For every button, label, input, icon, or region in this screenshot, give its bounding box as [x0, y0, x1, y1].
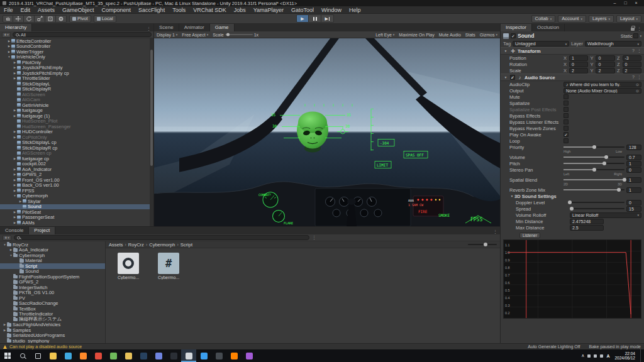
- account-dropdown[interactable]: Account▾: [558, 15, 586, 23]
- component-menu-icon[interactable]: ⋮: [637, 48, 641, 53]
- hierarchy-item[interactable]: ▶ThrottleSlider: [0, 76, 150, 82]
- ime-indicator[interactable]: A: [606, 354, 609, 358]
- expand-arrow-icon[interactable]: ▶: [7, 40, 11, 43]
- slider-thumb[interactable]: [623, 178, 626, 182]
- axis-field[interactable]: 2: [569, 68, 588, 74]
- hierarchy-item[interactable]: StickDisplayR: [0, 87, 150, 92]
- expand-arrow-icon[interactable]: ▶: [13, 168, 17, 171]
- slider[interactable]: [564, 169, 625, 170]
- start-button[interactable]: [0, 349, 15, 362]
- hierarchy-item[interactable]: ▶Front_OS ver1.00: [0, 177, 150, 183]
- rolloff-curve-graph[interactable]: 1.11.00.90.80.70.60.50.40.30.2: [503, 239, 641, 319]
- project-folder[interactable]: ▶AoA_Indicator: [0, 248, 105, 253]
- foldout-arrow-icon[interactable]: ▼: [503, 75, 508, 79]
- hierarchy-item[interactable]: ▶PassengerSeat: [0, 215, 150, 221]
- expand-arrow-icon[interactable]: ▶: [13, 184, 17, 187]
- axis-field[interactable]: 2: [623, 68, 641, 74]
- transform-component-header[interactable]: ▼ ✛ Transform ?⋮: [501, 47, 644, 55]
- tray-icon[interactable]: [587, 354, 591, 358]
- hierarchy-item[interactable]: ▶AAMs: [0, 220, 150, 226]
- tab-project[interactable]: Project: [29, 227, 55, 234]
- rotate-tool-icon[interactable]: [24, 15, 35, 23]
- dropdown[interactable]: Linear Rolloff▾: [570, 212, 641, 218]
- expand-arrow-icon[interactable]: ▶: [3, 329, 7, 332]
- transform-tool-icon[interactable]: [56, 15, 67, 23]
- expand-arrow-icon[interactable]: ▼: [13, 194, 17, 197]
- slider[interactable]: [564, 146, 625, 148]
- asset-item[interactable]: Cybermo...: [112, 253, 145, 280]
- local-toggle[interactable]: Local: [94, 15, 116, 23]
- game-toolbar-gizmos[interactable]: Gizmos▾: [480, 33, 497, 37]
- hierarchy-item[interactable]: ▶JoystickPitchEmpty: [0, 65, 150, 71]
- hierarchy-item[interactable]: AtGScreen: [0, 92, 150, 97]
- hierarchy-scrollbar[interactable]: [150, 38, 153, 226]
- project-folder[interactable]: PKTB_OS V1.00: [0, 290, 105, 296]
- expand-arrow-icon[interactable]: ▶: [13, 216, 17, 219]
- tab-occlusion[interactable]: Occlusion: [532, 24, 565, 31]
- aspect-dropdown[interactable]: Free Aspect▾: [182, 33, 208, 37]
- expand-arrow-icon[interactable]: ▼: [7, 55, 11, 58]
- hierarchy-item[interactable]: GetInVehicle: [0, 102, 150, 108]
- value-field[interactable]: 1: [626, 161, 641, 167]
- project-folder[interactable]: PV: [0, 295, 105, 301]
- menu-gameobject[interactable]: GameObject: [58, 6, 98, 14]
- value-field[interactable]: 128: [626, 145, 641, 150]
- expand-arrow-icon[interactable]: ▶: [3, 323, 7, 326]
- hierarchy-item[interactable]: cockpit.002: [0, 162, 150, 167]
- taskbar-app-discord[interactable]: [151, 349, 166, 362]
- tab-animator[interactable]: Animator: [179, 24, 210, 31]
- scale-slider[interactable]: [225, 34, 253, 35]
- menu-file[interactable]: File: [0, 6, 17, 14]
- expand-arrow-icon[interactable]: ▶: [18, 200, 23, 203]
- value-field[interactable]: 1: [626, 177, 641, 183]
- expand-arrow-icon[interactable]: ▶: [7, 45, 11, 48]
- lock-icon[interactable]: [631, 28, 635, 31]
- project-folder[interactable]: Sound: [0, 269, 105, 275]
- expand-arrow-icon[interactable]: ▶: [13, 189, 17, 192]
- menu-help[interactable]: Help: [345, 6, 365, 14]
- menu-vrchat-sdk[interactable]: VRChat SDK: [189, 6, 230, 14]
- hierarchy-item[interactable]: Sound: [0, 204, 150, 210]
- hierarchy-item[interactable]: ▶PilotOnly: [0, 60, 150, 65]
- taskbar-app-folder[interactable]: [121, 349, 136, 362]
- hierarchy-item[interactable]: StickDisplayR cp: [0, 145, 150, 151]
- project-folder[interactable]: SerializedUdonPrograms: [0, 333, 105, 339]
- project-folder[interactable]: Script: [0, 263, 105, 269]
- hierarchy-search-input[interactable]: All: [13, 32, 152, 38]
- number-field[interactable]: 2.475248: [570, 219, 604, 224]
- maximize-button[interactable]: □: [620, 0, 631, 6]
- taskbar-app-vscode[interactable]: [196, 349, 211, 362]
- slider[interactable]: [570, 202, 625, 203]
- static-checkbox[interactable]: [633, 33, 638, 38]
- hierarchy-item[interactable]: ▼InVehicleOnly: [0, 55, 150, 60]
- hierarchy-item[interactable]: ▶Skylar: [0, 199, 150, 204]
- breadcrumb-item[interactable]: Cybermorph: [149, 242, 175, 248]
- menu-yamaplayer[interactable]: YamaPlayer: [250, 6, 287, 14]
- step-button[interactable]: ▶: [321, 14, 334, 23]
- gameobject-name[interactable]: Sound: [518, 33, 619, 39]
- help-icon[interactable]: ?: [632, 75, 635, 80]
- component-enabled-checkbox[interactable]: ✓: [510, 75, 515, 80]
- hierarchy-item[interactable]: ▶Back_OS ver1.00: [0, 183, 150, 189]
- object-field[interactable]: ♪Where did you learn to fly.⊙: [564, 82, 641, 87]
- slider[interactable]: [564, 179, 625, 180]
- listener-marker-label[interactable]: Listener: [519, 233, 540, 238]
- hierarchy-item[interactable]: HudScreen_Passenger: [0, 124, 150, 129]
- game-toolbar-maximize-on-play[interactable]: Maximize On Play: [399, 33, 434, 37]
- value-field[interactable]: 0: [626, 167, 641, 173]
- checkbox[interactable]: [564, 101, 569, 106]
- project-folder[interactable]: SaccRadioChange: [0, 301, 105, 307]
- taskbar-app-media[interactable]: [242, 349, 257, 362]
- project-folder[interactable]: GPWS_2: [0, 280, 105, 285]
- rect-tool-icon[interactable]: [45, 15, 56, 23]
- hierarchy-item[interactable]: StickDisplayL cp: [0, 140, 150, 146]
- hierarchy-item[interactable]: ▶PilotSeat: [0, 209, 150, 215]
- number-field[interactable]: 2.5: [570, 225, 604, 231]
- layers-dropdown[interactable]: Layers▾: [589, 15, 614, 23]
- checkbox[interactable]: [564, 126, 569, 131]
- panel-menu-icon[interactable]: ⋮: [493, 229, 497, 234]
- axis-field[interactable]: 0: [596, 55, 614, 61]
- close-button[interactable]: ×: [631, 0, 641, 6]
- menu-tools[interactable]: Tools: [169, 6, 189, 14]
- hierarchy-item[interactable]: ▼Cybermorph: [0, 194, 150, 199]
